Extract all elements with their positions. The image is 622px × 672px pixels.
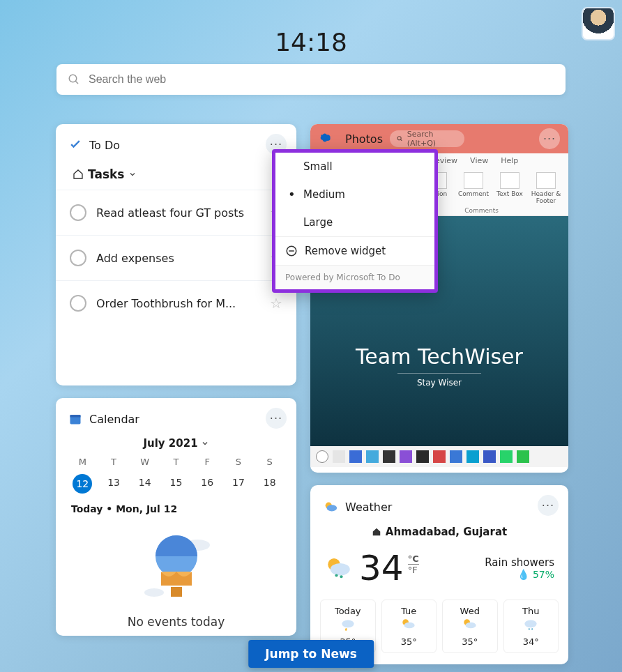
- taskbar-icon[interactable]: [500, 450, 513, 463]
- calendar-dow: M: [67, 457, 98, 467]
- todo-icon: [68, 138, 82, 152]
- taskbar-icon[interactable]: [316, 450, 328, 463]
- svg-rect-7: [171, 587, 182, 597]
- user-avatar[interactable]: [582, 7, 615, 40]
- task-row[interactable]: Read atleast four GT posts ☆: [56, 190, 296, 235]
- ribbon-tool-header[interactable]: Header & Footer: [531, 172, 561, 204]
- slide-title: Team TechWiser: [356, 344, 523, 369]
- svg-point-21: [465, 623, 476, 629]
- weather-units[interactable]: °C °F: [408, 548, 419, 575]
- calendar-day[interactable]: 15: [160, 474, 192, 494]
- ribbon-tab[interactable]: Help: [501, 156, 518, 165]
- calendar-day[interactable]: 16: [192, 474, 223, 494]
- taskbar-icon[interactable]: [466, 450, 479, 463]
- calendar-day[interactable]: 14: [129, 474, 160, 494]
- weather-location[interactable]: Ahmadabad, Gujarat: [310, 521, 568, 542]
- weather-current: 34 °C °F Rain showers 💧 57%: [310, 542, 568, 594]
- home-icon: [372, 527, 381, 537]
- forecast-icon: [337, 616, 358, 634]
- forecast-day[interactable]: Wed 35°: [442, 600, 498, 653]
- calendar-today-label: Today • Mon, Jul 12: [56, 496, 296, 521]
- taskbar-icon[interactable]: [416, 450, 429, 463]
- taskbar-icon[interactable]: [349, 450, 362, 463]
- calendar-title: Calendar: [89, 413, 139, 426]
- forecast-icon: [520, 616, 541, 634]
- weather-temp: 34: [359, 548, 404, 588]
- calendar-dow: S: [223, 457, 255, 467]
- task-text: Read atleast four GT posts: [96, 206, 260, 220]
- task-checkbox[interactable]: [70, 295, 86, 312]
- weather-more-button[interactable]: ···: [538, 495, 559, 516]
- search-input[interactable]: [89, 73, 554, 86]
- calendar-dow: T: [98, 457, 130, 467]
- ribbon-tab[interactable]: View: [470, 156, 488, 165]
- taskbar-icon[interactable]: [366, 450, 379, 463]
- search-bar[interactable]: [56, 64, 566, 95]
- calendar-grid: M T W T F S S 12 13 14 15 16 17 18: [56, 454, 296, 496]
- weather-humidity: 💧 57%: [485, 569, 554, 580]
- task-checkbox[interactable]: [70, 204, 86, 221]
- taskbar-icon[interactable]: [433, 450, 446, 463]
- calendar-day[interactable]: 13: [98, 474, 130, 494]
- weather-widget: Weather ··· Ahmadabad, Gujarat 34 °C °F: [310, 485, 568, 664]
- ctx-remove-widget[interactable]: Remove widget: [275, 236, 434, 265]
- widget-context-menu: Small Medium Large Remove widget Powered…: [272, 149, 438, 293]
- svg-point-23: [529, 628, 530, 629]
- ribbon-tool-textbox[interactable]: Text Box: [494, 172, 525, 204]
- taskbar-icon[interactable]: [333, 450, 345, 463]
- taskbar-icon[interactable]: [400, 450, 412, 463]
- task-row[interactable]: Order Toothbrush for M... ☆: [56, 280, 296, 326]
- home-icon: [73, 169, 84, 180]
- svg-point-8: [144, 588, 164, 597]
- photos-more-button[interactable]: ···: [539, 128, 560, 149]
- calendar-day[interactable]: 17: [223, 474, 255, 494]
- calendar-month[interactable]: July 2021: [56, 433, 296, 454]
- taskbar-icon[interactable]: [517, 450, 529, 463]
- photos-search[interactable]: Search (Alt+Q): [390, 130, 464, 147]
- jump-to-news-button[interactable]: Jump to News: [248, 640, 374, 668]
- calendar-dow: F: [192, 457, 223, 467]
- task-checkbox[interactable]: [70, 250, 86, 266]
- ctx-size-large[interactable]: Large: [275, 208, 434, 236]
- todo-title: To Do: [89, 139, 120, 152]
- calendar-day[interactable]: 18: [254, 474, 285, 494]
- ctx-size-medium[interactable]: Medium: [275, 181, 434, 208]
- photos-search-placeholder: Search (Alt+Q): [407, 130, 457, 148]
- photos-icon: [319, 131, 334, 146]
- todo-list-label: Tasks: [88, 167, 124, 181]
- calendar-dow: S: [254, 457, 285, 467]
- svg-point-12: [327, 505, 337, 511]
- chevron-down-icon: [128, 170, 137, 178]
- calendar-illustration: [56, 521, 296, 612]
- svg-rect-3: [70, 415, 81, 417]
- taskbar-icon[interactable]: [483, 450, 496, 463]
- svg-point-17: [342, 620, 354, 627]
- slide-subtitle: Stay Wiser: [397, 373, 481, 388]
- weather-icon: [323, 499, 338, 514]
- calendar-more-button[interactable]: ···: [266, 408, 287, 429]
- ribbon-tool-comment[interactable]: Comment: [458, 172, 489, 204]
- forecast-day[interactable]: Tue 35°: [381, 600, 437, 653]
- taskbar-icon[interactable]: [450, 450, 462, 463]
- task-row[interactable]: Add expenses ☆: [56, 235, 296, 280]
- ctx-size-small[interactable]: Small: [275, 153, 434, 181]
- task-text: Add expenses: [96, 252, 260, 265]
- ctx-footer: Powered by Microsoft To Do: [275, 265, 434, 289]
- search-icon: [68, 73, 80, 86]
- weather-title: Weather: [345, 501, 392, 514]
- forecast-day[interactable]: Thu 34°: [503, 600, 559, 653]
- task-text: Order Toothbrush for M...: [96, 297, 260, 310]
- calendar-dow: T: [160, 457, 192, 467]
- weather-condition-icon: [324, 553, 354, 583]
- weather-condition-text: Rain showers: [485, 556, 554, 569]
- svg-point-16: [340, 575, 342, 578]
- todo-list-header[interactable]: Tasks: [56, 159, 296, 190]
- calendar-day-today[interactable]: 12: [73, 474, 92, 494]
- svg-point-19: [404, 623, 415, 629]
- chevron-down-icon: [201, 439, 209, 448]
- star-icon[interactable]: ☆: [270, 295, 282, 312]
- ribbon-group-label: Comments: [464, 207, 499, 214]
- clock-time: 14:18: [275, 28, 347, 56]
- svg-point-22: [525, 620, 537, 627]
- taskbar-icon[interactable]: [383, 450, 395, 463]
